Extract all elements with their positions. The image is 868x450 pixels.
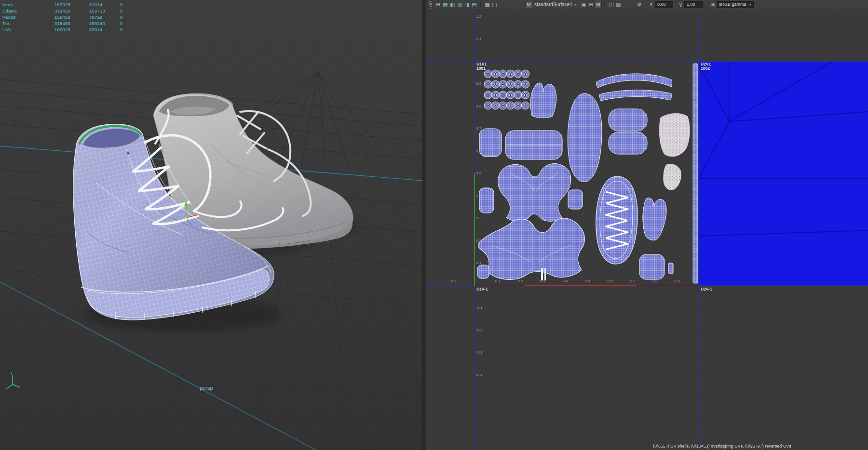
ruler-label-v: 1.2 — [476, 14, 481, 19]
view-transform-select[interactable]: sRGB gamma ▾ — [717, 1, 754, 8]
grid-snap-icon[interactable]: ⊞ — [587, 0, 595, 8]
uv-editor-toolbar: ⊞ ▦ ◧ ▥ ◨ ▤ ▩ ▢ M standardSurface1 ▾ ◉ ⊞… — [433, 0, 868, 9]
hud-label: Edges: — [2, 8, 54, 14]
gear-icon[interactable]: ⚙ — [636, 0, 643, 8]
shade-view-icon[interactable]: ◨ — [463, 0, 471, 8]
distortion-view-icon[interactable]: ▤ — [471, 0, 478, 8]
uv-shell-strip[interactable] — [693, 64, 698, 283]
ruler-label-v: 0.7 — [476, 126, 481, 131]
tile-view-icon[interactable]: ▦ — [442, 0, 449, 8]
material-name[interactable]: standardSurface1 — [534, 2, 572, 7]
tile-name: U2V-1 — [701, 287, 712, 291]
tile-udim: 1001 — [476, 66, 487, 71]
hud-value: 159710 — [89, 8, 120, 14]
ruler-label-u: 0.8 — [650, 279, 660, 284]
view-transform-icon[interactable]: ▣ — [709, 0, 717, 8]
uv-shell-speckled[interactable] — [659, 113, 690, 156]
exposure-input[interactable]: 0.00 — [655, 1, 673, 8]
ruler-label-u: 0.5 — [583, 279, 592, 284]
hud-value: 0 — [120, 20, 135, 26]
uv-shell[interactable] — [639, 254, 665, 279]
texture-view-icon[interactable]: ▩ — [484, 0, 491, 8]
hud-label: Verts: — [2, 1, 54, 8]
material-swatch-icon[interactable]: M — [525, 1, 532, 8]
ruler-label-v: 0.5 — [476, 171, 481, 176]
hud-row: Faces:159458797290 — [2, 14, 135, 20]
hud-row: UVs:166028830140 — [2, 26, 135, 33]
uv-shell[interactable] — [668, 263, 673, 274]
caret-down-icon: ▾ — [574, 2, 576, 7]
dim-image-icon[interactable]: ▢ — [491, 0, 498, 8]
hud-row: Verts:162028810140 — [2, 1, 135, 8]
material-icon[interactable]: M — [595, 1, 602, 8]
ruler-label-v: -0.3 — [476, 350, 483, 355]
uv-shell[interactable] — [609, 132, 647, 154]
image-ratio-icon[interactable]: ▧ — [615, 0, 622, 8]
hud-value: 159240 — [89, 20, 120, 26]
ruler-label-v: 0.1 — [476, 261, 481, 265]
ruler-label-v: 0.8 — [476, 104, 481, 109]
hud-value: 83014 — [89, 26, 120, 33]
hud-row: Edges:3194201597100 — [2, 8, 135, 14]
ruler-label-v: 0.2 — [476, 238, 481, 243]
ruler-label-v: 0.6 — [476, 149, 481, 154]
ruler-label-v: -0.1 — [476, 305, 483, 310]
hud-value: 79729 — [89, 14, 120, 20]
hud-value: 0 — [120, 1, 135, 8]
ruler-label-u: 0.9 — [672, 279, 682, 284]
ruler-label-u: 0.7 — [627, 279, 637, 284]
udim-1002-shell[interactable] — [699, 62, 868, 286]
uv-shell[interactable] — [609, 109, 647, 131]
caret-down-icon: ▾ — [749, 1, 751, 8]
uv-canvas-area: U1V1 1001 U2V1 1002 U1V-1 U2V-1 1.2 1.1 … — [426, 9, 868, 450]
poly-count-hud: Verts:162028810140 Edges:3194201597100 F… — [2, 1, 135, 33]
uv-shell[interactable] — [568, 93, 602, 182]
hud-value: 318480 — [54, 20, 89, 26]
uv-editor-panel: UV Ed ⊞ ▦ ◧ ▥ ◨ ▤ ▩ ▢ M standardSurface1… — [426, 0, 868, 450]
uv-shell[interactable] — [479, 129, 502, 157]
hud-value: 0 — [120, 14, 135, 20]
ruler-label-v: 1.1 — [476, 37, 481, 41]
uv-canvas[interactable] — [426, 9, 868, 450]
udim-tile-label: U1V-1 — [476, 287, 488, 291]
ruler-label-u: 0.3 — [538, 279, 547, 284]
ruler-label-u: -0.1 — [448, 279, 458, 284]
ruler-label-u: 0.2 — [515, 279, 525, 284]
display-image-icon[interactable]: ◉ — [580, 0, 587, 8]
gamma-input[interactable]: 1.00 — [684, 1, 703, 8]
exposure-icon[interactable]: ☀ — [648, 0, 655, 8]
udim-tile-label: U1V1 1001 — [476, 62, 487, 71]
udim-tile-label: U2V1 1002 — [701, 62, 711, 71]
checker-view-icon[interactable]: ◧ — [449, 0, 456, 8]
hud-label: UVs: — [2, 26, 54, 33]
uv-shell[interactable] — [479, 188, 494, 213]
toolbar-separator — [480, 1, 481, 7]
uv-shell[interactable] — [568, 190, 583, 209]
hud-row: Tris:3184801592400 — [2, 20, 135, 26]
svg-text:y: y — [11, 371, 13, 375]
border-view-icon[interactable]: ▥ — [456, 0, 463, 8]
perspective-viewport[interactable]: y — [0, 0, 422, 450]
uv-shell[interactable] — [477, 265, 489, 278]
hud-value: 166028 — [54, 26, 89, 33]
hud-value: 0 — [120, 26, 135, 33]
perspective-viewport-panel: y Verts:162028810140 Edges:3194201597100… — [0, 0, 422, 450]
camera-name-label[interactable]: persp — [200, 385, 213, 391]
ruler-label-u: 0.6 — [605, 279, 615, 284]
isolate-select-icon[interactable]: ◫ — [608, 0, 615, 8]
toolbar-separator — [604, 1, 605, 7]
hud-value: 162028 — [54, 1, 89, 8]
uv-shell-sole-laced[interactable] — [596, 176, 637, 264]
ruler-label-u: 0.4 — [560, 279, 570, 284]
ruler-label-v: 0.3 — [476, 216, 481, 221]
gamma-icon[interactable]: γ — [677, 0, 684, 8]
hud-value: 159458 — [54, 14, 89, 20]
uv-snapshot-icon[interactable]: ⊞ — [434, 0, 442, 8]
view-transform-value: sRGB gamma — [719, 1, 746, 8]
hud-value: 81014 — [89, 1, 120, 8]
udim-tile-label: U2V-1 — [701, 287, 712, 291]
hud-value: 319420 — [54, 8, 89, 14]
hud-label: Faces: — [2, 14, 54, 20]
tile-name: U1V-1 — [476, 287, 488, 291]
ruler-label-v: 0.4 — [476, 194, 481, 199]
